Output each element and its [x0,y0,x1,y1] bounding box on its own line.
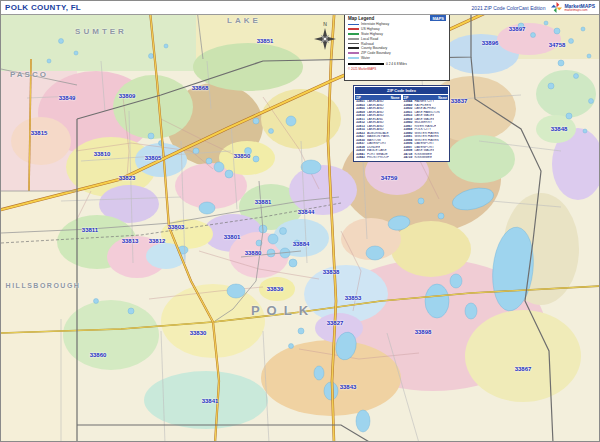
zip-index-row: 33843 FROSTPROOF [355,156,401,160]
brand-pinwheel-icon [551,2,562,13]
legend-header: Map Legend MAPS [348,15,446,21]
name-cell: FROSTPROOF [367,156,389,160]
legend-color-swatch [348,43,359,45]
brand-subtitle: marketmaps.com [564,9,595,12]
legend-entry-label: Railroad [361,42,374,46]
legend-entry-label: Local Road [361,37,378,41]
legend-logo: MAPS [430,15,446,21]
legend-entry-label: US Highway [361,27,380,31]
zip-cell: 34759 [404,156,413,160]
zip-rows-right: 33844 HAINES CITY 33849 KATHLEEN 33850 L… [403,100,449,160]
scale-bar-row: 0 2 4 6 8 Miles [348,62,446,66]
map-canvas: N [1,1,600,442]
legend-entry-label: ZIP Code Boundary [361,51,391,55]
legend-entry-label: County Boundary [361,46,387,50]
zip-column-header: ZIP [404,96,409,100]
zip-index-right-column: ZIP Name 33844 HAINES CITY 33849 KATHLEE… [403,95,449,160]
legend-color-swatch [348,57,359,59]
brand-text: MarketMAPS marketmaps.com [564,4,595,12]
zip-index-row: 34759 KISSIMMEE [403,156,449,160]
page-title: POLK COUNTY, FL [5,3,81,12]
zip-index-left-column: ZIP Name 33801 LAKELAND 33803 LAKELAND 3… [355,95,401,160]
legend-entry-label: Interstate Highway [361,22,389,26]
zip-rows-left: 33801 LAKELAND 33803 LAKELAND 33805 LAKE… [355,100,401,160]
zip-index-title: ZIP Code Index [355,87,448,94]
legend-entry: Water [348,56,446,61]
map-legend: Map Legend MAPS Interstate Highway US Hi… [344,12,450,81]
legend-entry-label: Water [361,56,370,60]
map-page: N SUMTER LAKE PASCO HILLSBOROUGH POLK 33… [0,0,600,442]
name-column-header: Name [438,96,447,100]
name-column-header: Name [391,96,400,100]
edition-label: 2021 ZIP Code ColorCast Edition [472,5,546,11]
legend-color-swatch [348,24,359,26]
zip-code-index: ZIP Code Index ZIP Name 33801 LAKELAND 3… [353,85,450,162]
legend-entry-label: State Highway [361,32,383,36]
legend-color-swatch [348,33,359,35]
legend-color-swatch [348,52,359,54]
header-bar: POLK COUNTY, FL 2021 ZIP Code ColorCast … [1,1,599,15]
legend-color-swatch [348,47,359,49]
zip-index-columns: ZIP Name 33801 LAKELAND 33803 LAKELAND 3… [355,95,448,160]
legend-title: Map Legend [348,16,374,21]
name-cell: KISSIMMEE [414,156,432,160]
legend-color-swatch [348,38,359,40]
legend-entries: Interstate Highway US Highway State High… [348,22,446,60]
legend-color-swatch [348,28,359,30]
scale-text: 0 2 4 6 8 Miles [386,62,407,66]
zip-cell: 33843 [356,156,365,160]
zip-column-header: ZIP [356,96,361,100]
legend-copyright: © 2021 MarketMAPS [348,67,446,71]
compass-north-label: N [323,21,327,27]
scale-bar [348,63,384,65]
brand-logo: MarketMAPS marketmaps.com [551,2,595,13]
